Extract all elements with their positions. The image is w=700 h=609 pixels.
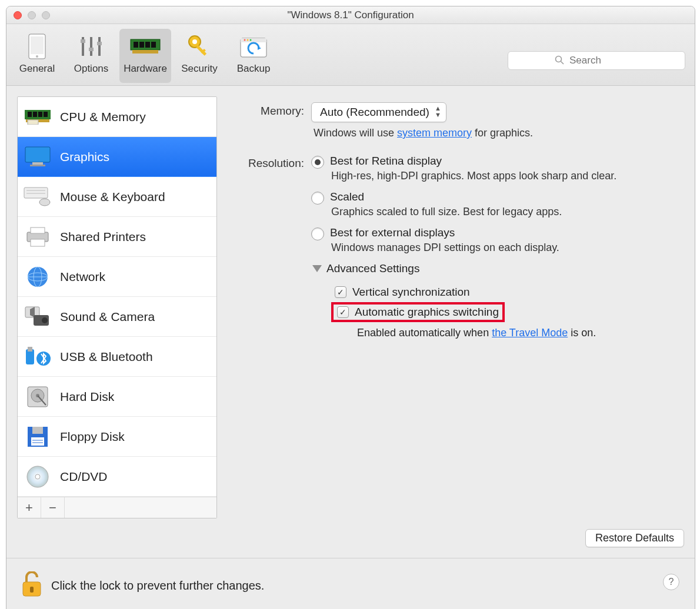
vsync-label: Vertical synchronization: [352, 286, 470, 299]
svg-rect-36: [30, 165, 45, 166]
resolution-option-external[interactable]: Best for external displays: [311, 226, 676, 240]
ram-small-icon: [24, 105, 52, 129]
hardware-sidebar: CPU & Memory Graphics Mouse & Keyboard S…: [17, 96, 217, 518]
config-window: "Windows 8.1" Configuration General Opti…: [6, 6, 695, 609]
tab-backup[interactable]: Backup: [228, 29, 279, 83]
sidebar-item-label: CPU & Memory: [60, 110, 146, 124]
minimize-window-button[interactable]: [28, 11, 36, 19]
globe-icon: [24, 265, 52, 289]
toolbar: General Options Hardware Security: [6, 24, 695, 86]
restore-row: Restore Defaults: [6, 529, 695, 558]
svg-point-65: [35, 474, 40, 479]
vsync-checkbox-row[interactable]: ✓ Vertical synchronization: [335, 286, 676, 299]
svg-rect-5: [98, 37, 101, 56]
svg-rect-6: [81, 39, 85, 43]
zoom-window-button[interactable]: [42, 11, 50, 19]
titlebar: "Windows 8.1" Configuration: [6, 6, 695, 24]
radio-icon: [311, 156, 324, 169]
svg-point-16: [192, 39, 197, 44]
resolution-option-retina[interactable]: Best for Retina display: [311, 155, 676, 169]
svg-rect-67: [30, 587, 34, 593]
search-input[interactable]: [508, 51, 685, 70]
svg-rect-31: [38, 112, 42, 117]
autogfx-note: Enabled automatically when the Travel Mo…: [357, 327, 676, 339]
lock-icon[interactable]: [21, 571, 43, 600]
radio-icon: [311, 227, 324, 240]
tab-hardware-label: Hardware: [124, 63, 167, 75]
sidebar-item-cpu-memory[interactable]: CPU & Memory: [18, 97, 216, 137]
tab-hardware[interactable]: Hardware: [119, 29, 171, 83]
memory-select[interactable]: Auto (Recommended) ▲▼: [311, 102, 446, 122]
traffic-lights: [14, 11, 50, 19]
radio-icon: [311, 192, 324, 205]
printer-icon: [24, 225, 52, 249]
tab-options[interactable]: Options: [65, 29, 117, 83]
svg-rect-13: [145, 42, 150, 48]
resolution-option-desc: Windows manages DPI settings on each dis…: [331, 242, 661, 254]
svg-rect-60: [32, 427, 43, 434]
svg-rect-10: [132, 50, 158, 53]
sidebar-item-mouse-keyboard[interactable]: Mouse & Keyboard: [18, 177, 216, 217]
sidebar-item-label: Hard Disk: [60, 390, 114, 404]
svg-point-2: [36, 55, 38, 58]
search-icon: [555, 55, 564, 67]
sidebar-item-usb-bluetooth[interactable]: USB & Bluetooth: [18, 337, 216, 377]
svg-point-25: [556, 56, 562, 62]
resolution-option-scaled[interactable]: Scaled: [311, 190, 676, 205]
checkbox-checked-icon: ✓: [337, 306, 349, 318]
tab-options-label: Options: [74, 63, 109, 75]
hard-disk-icon: [24, 384, 52, 409]
window-title: "Windows 8.1" Configuration: [287, 9, 414, 21]
add-device-button[interactable]: +: [18, 497, 41, 518]
svg-rect-14: [151, 42, 156, 48]
svg-point-21: [244, 39, 246, 41]
floppy-icon: [24, 424, 52, 449]
memory-select-value: Auto (Recommended): [320, 106, 429, 119]
advanced-settings-disclosure[interactable]: Advanced Settings: [312, 262, 676, 275]
svg-rect-7: [89, 48, 94, 51]
sliders-icon: [75, 32, 107, 61]
svg-rect-61: [31, 437, 44, 446]
svg-rect-1: [31, 36, 44, 54]
sidebar-item-hard-disk[interactable]: Hard Disk: [18, 377, 216, 417]
sidebar-item-cddvd[interactable]: CD/DVD: [18, 457, 216, 497]
sidebar-item-label: CD/DVD: [60, 470, 108, 484]
ram-icon: [129, 32, 161, 61]
resolution-option-label: Best for external displays: [330, 226, 455, 239]
sound-camera-icon: [24, 304, 52, 329]
sidebar-item-label: Mouse & Keyboard: [60, 190, 165, 204]
memory-label: Memory:: [234, 102, 304, 118]
sidebar-item-printers[interactable]: Shared Printers: [18, 217, 216, 257]
tab-security-label: Security: [181, 63, 217, 75]
resolution-label: Resolution:: [234, 155, 304, 170]
autogfx-highlight: ✓ Automatic graphics switching: [331, 302, 505, 322]
resolution-option-desc: Graphics scaled to full size. Best for l…: [331, 206, 661, 218]
help-button[interactable]: ?: [663, 574, 679, 590]
svg-rect-32: [44, 112, 48, 117]
sidebar-footer: + −: [18, 497, 216, 518]
system-memory-link[interactable]: system memory: [397, 127, 472, 139]
restore-defaults-button[interactable]: Restore Defaults: [585, 529, 684, 547]
svg-rect-8: [97, 42, 102, 45]
search-field-wrap: [508, 51, 685, 70]
svg-point-40: [39, 199, 50, 206]
resolution-option-desc: High-res, high-DPI graphics. Most apps l…: [331, 170, 661, 182]
sidebar-footer-spacer: [65, 497, 216, 518]
travel-mode-link[interactable]: the Travel Mode: [492, 327, 568, 339]
tab-general[interactable]: General: [11, 29, 63, 83]
sidebar-item-sound-camera[interactable]: Sound & Camera: [18, 297, 216, 337]
remove-device-button[interactable]: −: [41, 497, 65, 518]
tab-backup-label: Backup: [237, 63, 271, 75]
sidebar-item-floppy-disk[interactable]: Floppy Disk: [18, 417, 216, 457]
resolution-option-label: Best for Retina display: [330, 155, 442, 168]
svg-rect-34: [25, 147, 50, 162]
footer: Click the lock to prevent further change…: [6, 558, 695, 609]
tab-security[interactable]: Security: [174, 29, 225, 83]
sidebar-item-label: USB & Bluetooth: [60, 350, 153, 364]
sidebar-item-label: Shared Printers: [60, 230, 146, 244]
close-window-button[interactable]: [14, 11, 22, 19]
sidebar-item-network[interactable]: Network: [18, 257, 216, 297]
key-icon: [184, 32, 215, 61]
autogfx-label[interactable]: Automatic graphics switching: [355, 306, 499, 319]
sidebar-item-graphics[interactable]: Graphics: [18, 137, 216, 177]
